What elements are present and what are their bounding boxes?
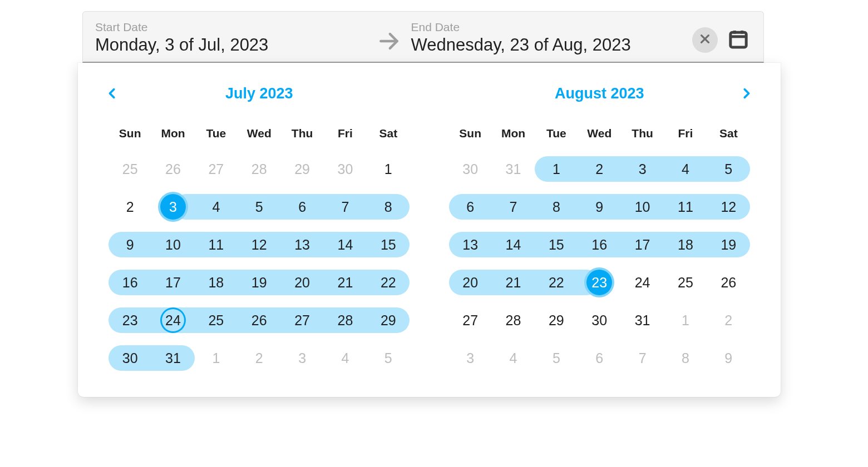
calendar-day[interactable]: 2	[238, 339, 280, 377]
day-number[interactable]: 13	[457, 232, 483, 257]
day-number[interactable]: 22	[544, 270, 569, 295]
calendar-day[interactable]: 16	[108, 264, 151, 301]
day-number[interactable]: 27	[457, 307, 483, 333]
day-number[interactable]: 24	[160, 307, 186, 333]
day-number[interactable]: 4	[501, 345, 526, 371]
calendar-day[interactable]: 3	[151, 188, 194, 226]
calendar-day[interactable]: 12	[238, 226, 280, 264]
calendar-day[interactable]: 10	[621, 188, 664, 226]
calendar-day[interactable]: 30	[578, 301, 621, 339]
calendar-day[interactable]: 8	[367, 188, 410, 226]
calendar-day[interactable]: 8	[535, 188, 578, 226]
calendar-day[interactable]: 23	[108, 301, 151, 339]
calendar-day[interactable]: 17	[151, 264, 194, 301]
calendar-day[interactable]: 30	[108, 339, 151, 377]
day-number[interactable]: 12	[246, 232, 272, 257]
day-number[interactable]: 27	[289, 307, 315, 333]
calendar-day[interactable]: 7	[324, 188, 367, 226]
day-number[interactable]: 29	[544, 307, 569, 333]
day-number[interactable]: 1	[376, 156, 401, 182]
day-number[interactable]: 8	[673, 345, 698, 371]
calendar-day[interactable]: 31	[621, 301, 664, 339]
calendar-day[interactable]: 3	[280, 339, 323, 377]
day-number[interactable]: 31	[630, 307, 655, 333]
calendar-day[interactable]: 14	[324, 226, 367, 264]
day-number[interactable]: 30	[457, 156, 483, 182]
day-number[interactable]: 28	[501, 307, 526, 333]
day-number[interactable]: 6	[457, 194, 483, 220]
calendar-day[interactable]: 22	[535, 264, 578, 301]
calendar-day[interactable]: 27	[449, 301, 492, 339]
calendar-day[interactable]: 21	[324, 264, 367, 301]
day-number[interactable]: 10	[160, 232, 186, 257]
calendar-day[interactable]: 6	[280, 188, 323, 226]
day-number[interactable]: 22	[376, 270, 401, 295]
day-number[interactable]: 23	[117, 307, 143, 333]
calendar-day[interactable]: 7	[492, 188, 535, 226]
day-number[interactable]: 18	[673, 232, 698, 257]
day-number[interactable]: 7	[501, 194, 526, 220]
day-number[interactable]: 21	[501, 270, 526, 295]
day-number[interactable]: 19	[716, 232, 741, 257]
day-number[interactable]: 10	[630, 194, 655, 220]
calendar-day[interactable]: 30	[449, 150, 492, 188]
day-number[interactable]: 28	[246, 156, 272, 182]
calendar-day[interactable]: 12	[707, 188, 750, 226]
calendar-day[interactable]: 20	[280, 264, 323, 301]
day-number[interactable]: 5	[544, 345, 569, 371]
calendar-day[interactable]: 27	[280, 301, 323, 339]
calendar-day[interactable]: 6	[578, 339, 621, 377]
calendar-day[interactable]: 26	[707, 264, 750, 301]
day-number[interactable]: 3	[630, 156, 655, 182]
calendar-day[interactable]: 19	[707, 226, 750, 264]
day-number[interactable]: 1	[544, 156, 569, 182]
calendar-day[interactable]: 29	[535, 301, 578, 339]
calendar-day[interactable]: 4	[324, 339, 367, 377]
calendar-day[interactable]: 24	[621, 264, 664, 301]
day-number[interactable]: 26	[160, 156, 186, 182]
day-number[interactable]: 15	[544, 232, 569, 257]
calendar-toggle-button[interactable]	[726, 27, 751, 53]
calendar-day[interactable]: 31	[151, 339, 194, 377]
calendar-day[interactable]: 28	[238, 150, 280, 188]
calendar-day[interactable]: 29	[280, 150, 323, 188]
calendar-day[interactable]: 26	[238, 301, 280, 339]
day-number[interactable]: 3	[289, 345, 315, 371]
day-number[interactable]: 3	[457, 345, 483, 371]
calendar-day[interactable]: 9	[578, 188, 621, 226]
calendar-day[interactable]: 5	[367, 339, 410, 377]
day-number[interactable]: 1	[673, 307, 698, 333]
calendar-day[interactable]: 17	[621, 226, 664, 264]
day-number[interactable]: 8	[544, 194, 569, 220]
calendar-day[interactable]: 25	[195, 301, 238, 339]
calendar-day[interactable]: 2	[578, 150, 621, 188]
calendar-day[interactable]: 28	[324, 301, 367, 339]
day-number[interactable]: 7	[630, 345, 655, 371]
calendar-day[interactable]: 4	[664, 150, 707, 188]
day-number[interactable]: 5	[246, 194, 272, 220]
day-number[interactable]: 3	[160, 194, 186, 220]
calendar-day[interactable]: 2	[707, 301, 750, 339]
calendar-day[interactable]: 18	[195, 264, 238, 301]
calendar-day[interactable]: 27	[195, 150, 238, 188]
calendar-day[interactable]: 24	[151, 301, 194, 339]
day-number[interactable]: 12	[716, 194, 741, 220]
day-number[interactable]: 4	[673, 156, 698, 182]
calendar-day[interactable]: 4	[195, 188, 238, 226]
calendar-day[interactable]: 5	[535, 339, 578, 377]
calendar-day[interactable]: 10	[151, 226, 194, 264]
day-number[interactable]: 8	[376, 194, 401, 220]
day-number[interactable]: 9	[716, 345, 741, 371]
calendar-day[interactable]: 8	[664, 339, 707, 377]
day-number[interactable]: 11	[673, 194, 698, 220]
calendar-day[interactable]: 9	[707, 339, 750, 377]
day-number[interactable]: 31	[160, 345, 186, 371]
calendar-day[interactable]: 28	[492, 301, 535, 339]
calendar-day[interactable]: 7	[621, 339, 664, 377]
calendar-day[interactable]: 18	[664, 226, 707, 264]
day-number[interactable]: 15	[376, 232, 401, 257]
prev-month-button[interactable]	[103, 82, 122, 107]
calendar-day[interactable]: 1	[195, 339, 238, 377]
day-number[interactable]: 6	[289, 194, 315, 220]
day-number[interactable]: 6	[586, 345, 612, 371]
